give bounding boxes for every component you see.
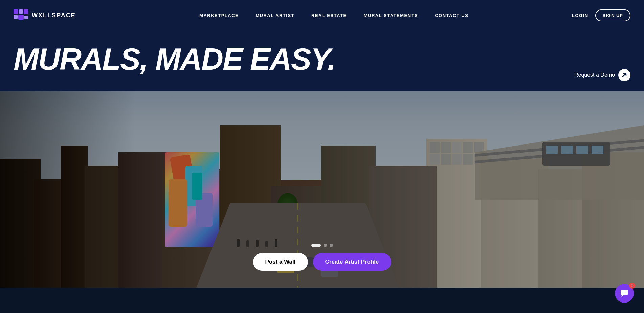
chat-badge: 1 <box>629 283 635 289</box>
video-dot-3[interactable] <box>330 244 333 247</box>
hero-video-area: Post a Wall Create Artist Profile <box>0 91 644 288</box>
svg-rect-4 <box>18 15 24 20</box>
hero-title: MURALS, MADE EASY. <box>14 44 630 74</box>
post-wall-button[interactable]: Post a Wall <box>253 253 308 271</box>
svg-rect-0 <box>14 9 18 14</box>
svg-rect-3 <box>14 15 18 19</box>
svg-rect-5 <box>24 16 28 19</box>
request-demo-label: Request a Demo <box>574 72 615 78</box>
svg-rect-1 <box>19 9 23 14</box>
nav-mural-artist[interactable]: MURAL ARTIST <box>256 13 294 18</box>
logo-area[interactable]: WXLLSPACE <box>14 9 76 21</box>
svg-marker-20 <box>621 295 624 297</box>
nav-real-estate[interactable]: REAL ESTATE <box>311 13 347 18</box>
site-header: WXLLSPACE MARKETPLACE MURAL ARTIST REAL … <box>0 0 644 30</box>
main-nav: MARKETPLACE MURAL ARTIST REAL ESTATE MUR… <box>96 13 572 18</box>
signup-button[interactable]: SIGN UP <box>595 9 630 21</box>
svg-rect-19 <box>621 290 628 295</box>
header-actions: LOGIN SIGN UP <box>572 9 630 21</box>
city-background: Post a Wall Create Artist Profile <box>0 91 644 288</box>
svg-rect-2 <box>24 9 28 14</box>
nav-contact-us[interactable]: CONTACT US <box>435 13 468 18</box>
video-dot-1[interactable] <box>311 244 321 247</box>
site-logo-text: WXLLSPACE <box>32 12 76 19</box>
chat-icon <box>620 289 629 298</box>
request-demo-button[interactable]: Request a Demo <box>574 69 630 81</box>
login-button[interactable]: LOGIN <box>572 13 589 18</box>
hero-text-area: MURALS, MADE EASY. Request a Demo <box>0 30 644 91</box>
video-dot-2[interactable] <box>324 244 327 247</box>
nav-marketplace[interactable]: MARKETPLACE <box>199 13 239 18</box>
wxllspace-logo-icon <box>14 9 28 21</box>
create-artist-button[interactable]: Create Artist Profile <box>313 253 391 271</box>
chat-widget[interactable]: 1 <box>615 284 634 303</box>
nav-mural-statements[interactable]: MURAL STATEMENTS <box>364 13 418 18</box>
arrow-northeast-icon <box>618 69 630 81</box>
cta-buttons-area: Post a Wall Create Artist Profile <box>253 253 391 271</box>
video-indicators <box>311 244 333 247</box>
left-gradient-overlay <box>0 91 135 288</box>
